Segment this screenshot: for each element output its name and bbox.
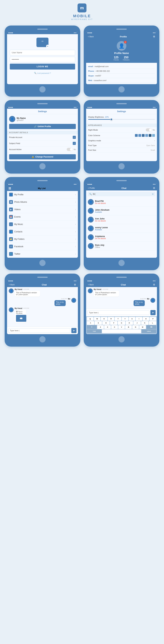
font-type-row[interactable]: Font Type Open Sans (88, 143, 155, 148)
back-button[interactable]: < Back (9, 284, 15, 286)
list-item-music[interactable]: ♪ My Music › (7, 221, 78, 228)
key-backspace[interactable]: ⌫ (146, 325, 156, 329)
folders-icon: 📁 (9, 237, 13, 241)
key-f[interactable]: F (110, 321, 117, 325)
key-g[interactable]: G (118, 321, 125, 325)
key-shift[interactable]: ⇧ (87, 325, 97, 329)
key-h[interactable]: H (126, 321, 133, 325)
list-item-profile[interactable]: 👤 My Profile › (7, 191, 78, 198)
key-o[interactable]: O (143, 317, 149, 321)
phone-speaker (37, 180, 48, 181)
settings-icon[interactable]: ⚙ (74, 283, 76, 286)
key-b[interactable]: B (125, 325, 132, 329)
swatch-2[interactable] (138, 134, 141, 137)
key-w[interactable]: W (94, 317, 100, 321)
swatch-5[interactable] (149, 134, 152, 137)
key-d[interactable]: D (102, 321, 110, 325)
brightness-slider[interactable] (88, 119, 155, 120)
key-r[interactable]: R (108, 317, 114, 321)
chat-item-anjaleena[interactable]: 👤 Anjaleena Do not disturb (86, 233, 157, 242)
key-c[interactable]: C (111, 325, 118, 329)
list-item-twitter[interactable]: 🐦 Twitter › (7, 250, 78, 258)
key-a[interactable]: A (87, 321, 94, 325)
swatch-4[interactable] (145, 134, 148, 137)
swatch-3[interactable] (142, 134, 145, 137)
list-item-facebook[interactable]: f Facebook › (7, 243, 78, 250)
virtual-keyboard[interactable]: Q W E R T Y U I O P A S D F G H (86, 316, 157, 334)
send-button[interactable]: ➤ (71, 328, 77, 333)
key-x[interactable]: X (104, 325, 111, 329)
key-s[interactable]: S (94, 321, 102, 325)
home-button[interactable] (118, 163, 125, 170)
subject-field-row[interactable]: Subject Field ✓ (7, 140, 78, 146)
list-item-contacts[interactable]: 👥 Contacts › (7, 228, 78, 236)
account-active-row[interactable]: Account Active No (7, 146, 78, 152)
swatch-6[interactable] (152, 134, 155, 137)
home-button[interactable] (118, 86, 125, 92)
key-i[interactable]: I (136, 317, 142, 321)
home-button[interactable] (39, 86, 46, 92)
font-size-row[interactable]: Font Size Small (88, 148, 155, 152)
key-return[interactable]: return (142, 329, 156, 333)
chat-item-john[interactable]: 👤 John Abraham Available (86, 206, 157, 215)
settings-icon[interactable]: ⚙ (153, 35, 155, 38)
key-e[interactable]: E (101, 317, 107, 321)
clear-icon[interactable]: ✕ (152, 193, 154, 196)
key-num[interactable]: ?123 (87, 329, 102, 333)
back-button[interactable]: < Back (88, 36, 94, 38)
key-k[interactable]: K (141, 321, 149, 325)
account-active-toggle[interactable]: No (67, 148, 76, 151)
subject-field-check[interactable]: ✓ (73, 142, 76, 145)
list-item-albums[interactable]: 🖼 Photo Albums › (7, 198, 78, 206)
settings-icon[interactable]: ⚙ (153, 187, 155, 190)
key-n[interactable]: N (132, 325, 139, 329)
chat-search-input[interactable] (93, 193, 151, 195)
graphics-mode-row[interactable]: Graphics mode › (88, 138, 155, 143)
chat-item-sunny[interactable]: 👤 sunny Leone Available (86, 224, 157, 233)
slider-thumb[interactable] (110, 118, 113, 120)
password-input[interactable] (10, 57, 75, 62)
back-button[interactable]: < Back (88, 284, 94, 286)
list-item-events[interactable]: 📅 Events › (7, 213, 78, 221)
change-password-button[interactable]: 🔒 Change Password (9, 154, 76, 160)
key-u[interactable]: U (129, 317, 136, 321)
chat-input[interactable] (87, 310, 149, 315)
key-space[interactable] (102, 329, 141, 333)
chat-item-dom[interactable]: 👤 Dom Joly Offline (86, 242, 157, 250)
toggle-track[interactable] (146, 128, 152, 132)
key-j[interactable]: J (133, 321, 141, 325)
key-l[interactable]: L (149, 321, 156, 325)
home-button[interactable] (118, 260, 125, 266)
home-button[interactable] (118, 336, 125, 342)
key-q[interactable]: Q (87, 317, 93, 321)
key-v[interactable]: V (118, 325, 125, 329)
login-button[interactable]: LOGIN ME (10, 64, 75, 70)
key-t[interactable]: T (115, 317, 121, 321)
night-mode-toggle[interactable]: No (146, 128, 155, 132)
back-button[interactable]: < Profile (88, 187, 95, 189)
private-account-check[interactable]: ✓ (73, 136, 76, 139)
home-button[interactable] (39, 336, 46, 342)
private-account-row[interactable]: Private Account ✓ (7, 134, 78, 140)
chat-input[interactable] (8, 328, 70, 333)
list-item-folders[interactable]: 📁 My Folders › (7, 236, 78, 243)
friends-stat: 125 Friends (114, 56, 119, 61)
key-p[interactable]: P (150, 317, 156, 321)
send-button[interactable]: ➤ (151, 310, 156, 315)
toggle-track[interactable] (67, 148, 73, 151)
night-mode-row[interactable]: Night Mode No (88, 127, 155, 133)
settings-icon[interactable]: ⚙ (153, 283, 155, 286)
grid-icon[interactable] (9, 187, 11, 190)
key-m[interactable]: M (139, 325, 146, 329)
key-z[interactable]: Z (97, 325, 104, 329)
home-button[interactable] (39, 163, 46, 170)
list-item-videos[interactable]: ▶ Videos › (7, 206, 78, 213)
chat-item-brad[interactable]: 👤 Brad Pitt Do not disturb (86, 198, 157, 206)
unlink-profile-button[interactable]: 🔗 Unlink Profile (9, 124, 76, 129)
key-y[interactable]: Y (122, 317, 128, 321)
lost-password-link[interactable]: 🔍 Lost password ? (34, 72, 51, 74)
home-button[interactable] (39, 260, 46, 266)
chat-item-ann[interactable]: 👤 Ann John Do not disturb (86, 215, 157, 224)
username-input[interactable] (10, 50, 75, 56)
swatch-1[interactable] (135, 134, 138, 137)
